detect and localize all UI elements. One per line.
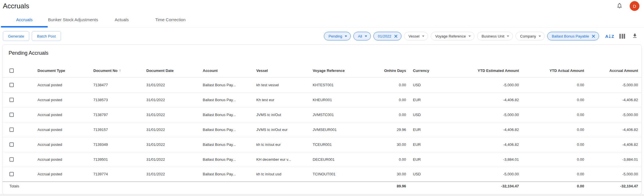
cell-voyage-reference: JVMSEUR001 — [309, 122, 371, 137]
cell-currency: USD — [409, 77, 448, 92]
batch-post-button[interactable]: Batch Post — [32, 31, 61, 41]
cell-document-type: Accrual posted — [34, 152, 90, 167]
table-row[interactable]: Accrual posted713915731/01/2022Ballast B… — [3, 122, 641, 137]
chevron-down-icon — [468, 36, 471, 37]
cell-onhire-days: 0.00 — [371, 152, 409, 167]
cell-accrual-amount: -4,406.82 — [588, 137, 641, 152]
tab-accruals[interactable]: Accruals — [0, 12, 49, 27]
cell-accrual-amount: -5,000.00 — [588, 107, 641, 122]
cell-document-type: Accrual posted — [34, 107, 90, 122]
download-button[interactable] — [630, 31, 640, 41]
row-checkbox[interactable] — [9, 157, 14, 162]
generate-button[interactable]: Generate — [3, 31, 29, 41]
chevron-down-icon — [345, 36, 347, 37]
totals-label: Totals — [3, 182, 371, 190]
cell-document-type: Accrual posted — [34, 92, 90, 107]
column-header-voyage-reference[interactable]: Voyage Reference — [309, 64, 371, 77]
column-header-document-no[interactable]: Document No↑ — [90, 64, 143, 77]
pending-accruals-card: Pending Accruals Document TypeDocument N… — [2, 44, 642, 194]
tab-actuals[interactable]: Actuals — [97, 12, 146, 27]
columns-button[interactable] — [617, 31, 627, 41]
column-header-ytd-actual-amount[interactable]: YTD Actual Amount — [522, 64, 588, 77]
cell-document-date: 31/01/2022 — [143, 107, 199, 122]
table-row[interactable]: Accrual posted713934931/01/2022Ballast B… — [3, 137, 641, 152]
totals-accrual: -32,104.47 — [588, 182, 641, 190]
table-body: Accrual posted713847731/01/2022Ballast B… — [3, 77, 641, 182]
column-header-ytd-estimated-amount[interactable]: YTD Estimated Amount — [448, 64, 522, 77]
table-row[interactable]: Accrual posted713857331/01/2022Ballast B… — [3, 92, 641, 107]
row-checkbox[interactable] — [9, 98, 14, 102]
column-header-onhire-days[interactable]: Onhire Days — [371, 64, 409, 77]
filter-chip-voyage-reference[interactable]: Voyage Reference — [431, 32, 474, 40]
cell-onhire-days: 30.00 — [371, 167, 409, 182]
totals-ytd-actual: 0.00 — [522, 182, 588, 190]
column-header-currency[interactable]: Currency — [409, 64, 448, 77]
row-checkbox[interactable] — [9, 128, 14, 132]
cell-document-no: 7139501 — [90, 152, 143, 167]
row-checkbox[interactable] — [9, 142, 14, 147]
horizontal-scrollbar[interactable] — [0, 194, 644, 196]
sort-alpha-button[interactable]: AZ — [604, 31, 615, 41]
cell-document-date: 31/01/2022 — [143, 137, 199, 152]
filter-chip-label: 01/2022 — [378, 34, 391, 38]
cell-voyage-reference: TCINOUT001 — [309, 167, 371, 182]
column-header-vessel[interactable]: Vessel — [253, 64, 309, 77]
cell-onhire-days: 0.00 — [371, 92, 409, 107]
row-select-cell — [3, 137, 34, 152]
filter-chip-ballast-bonus-payable[interactable]: Ballast Bonus Payable — [547, 32, 599, 40]
cell-onhire-days: 0.00 — [371, 77, 409, 92]
table-row[interactable]: Accrual posted713879731/01/2022Ballast B… — [3, 107, 641, 122]
filter-chip-label: Business Unit — [482, 34, 504, 38]
cell-voyage-reference: KHTEST001 — [309, 77, 371, 92]
filter-chip-vessel[interactable]: Vessel — [404, 32, 428, 40]
table-tools: AZ — [604, 31, 640, 41]
filter-chip-company[interactable]: Company — [515, 32, 545, 40]
column-header-account[interactable]: Account — [199, 64, 253, 77]
column-header-document-date[interactable]: Document Date — [143, 64, 199, 77]
select-all-checkbox[interactable] — [9, 68, 14, 73]
avatar[interactable]: D — [630, 1, 639, 11]
sort-alpha-icon: AZ — [605, 34, 614, 39]
column-header-document-type[interactable]: Document Type — [34, 64, 90, 77]
row-checkbox[interactable] — [9, 113, 14, 117]
close-icon[interactable] — [592, 34, 595, 38]
download-icon — [632, 33, 638, 40]
row-select-cell — [3, 77, 34, 92]
column-header-accrual-amount[interactable]: Accrual Amount — [588, 64, 641, 77]
cell-document-type: Accrual posted — [34, 167, 90, 182]
cell-currency: EUR — [409, 92, 448, 107]
cell-currency: EUR — [409, 152, 448, 167]
cell-document-date: 31/01/2022 — [143, 92, 199, 107]
cell-account: Ballast Bonus Pay... — [199, 167, 253, 182]
filter-chip-all[interactable]: All — [353, 32, 371, 40]
tab-label: Accruals — [16, 17, 33, 22]
row-checkbox[interactable] — [9, 172, 14, 176]
filter-chip-01-2022[interactable]: 01/2022 — [373, 32, 401, 40]
cell-account: Ballast Bonus Pay... — [199, 152, 253, 167]
row-checkbox[interactable] — [9, 83, 14, 87]
close-icon[interactable] — [394, 34, 398, 38]
cell-account: Ballast Bonus Pay... — [199, 122, 253, 137]
cell-accrual-amount: -5,000.00 — [588, 167, 641, 182]
sort-ascending-icon: ↑ — [119, 68, 121, 73]
cell-ytd-actual-amount: 0.00 — [522, 77, 588, 92]
cell-accrual-amount: -4,406.82 — [588, 92, 641, 107]
tab-bunker-stock-adjustments[interactable]: Bunker Stock Adjustments — [49, 12, 97, 27]
cell-currency: USD — [409, 107, 448, 122]
row-select-cell — [3, 92, 34, 107]
filter-chip-business-unit[interactable]: Business Unit — [477, 32, 513, 40]
tab-time-correction[interactable]: Time Correction — [146, 12, 195, 27]
filter-chip-pending[interactable]: Pending — [324, 32, 351, 40]
notifications-button[interactable] — [616, 2, 623, 10]
cell-ytd-estimated-amount: -4,406.82 — [448, 122, 522, 137]
cell-vessel: JVMS tc in/Out — [253, 107, 309, 122]
cell-vessel: JVMS tc in/Out eur — [253, 122, 309, 137]
cell-document-date: 31/01/2022 — [143, 77, 199, 92]
cell-onhire-days: 30.00 — [371, 137, 409, 152]
chevron-down-icon — [507, 36, 509, 37]
table-row[interactable]: Accrual posted713847731/01/2022Ballast B… — [3, 77, 641, 92]
topbar-actions: D — [616, 1, 639, 11]
chevron-down-icon — [422, 36, 424, 37]
table-row[interactable]: Accrual posted713977431/01/2022Ballast B… — [3, 167, 641, 182]
table-row[interactable]: Accrual posted713950131/01/2022Ballast B… — [3, 152, 641, 167]
